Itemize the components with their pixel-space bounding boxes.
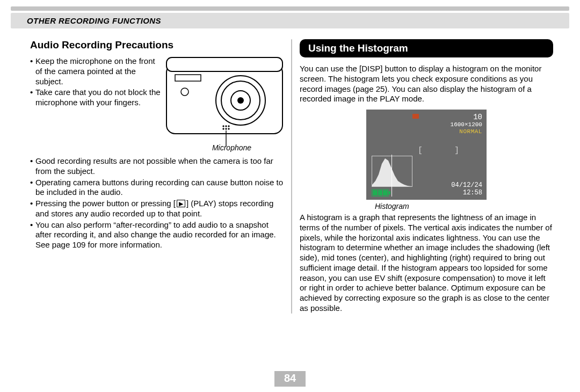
histogram-intro: You can use the [DISP] button to display… bbox=[300, 64, 553, 104]
svg-point-11 bbox=[223, 128, 224, 129]
breadcrumb: OTHER RECORDING FUNCTIONS bbox=[11, 13, 569, 28]
left-top-row: Keep the microphone on the front of the … bbox=[30, 56, 284, 148]
focus-brackets-icon: [ ] bbox=[418, 146, 463, 155]
svg-point-9 bbox=[226, 126, 227, 127]
lcd-shots-remaining: 10 bbox=[451, 113, 482, 121]
svg-point-5 bbox=[237, 97, 244, 104]
bullet-item: Pressing the power button or pressing [▶… bbox=[30, 199, 284, 219]
bullet-item: You can also perform “after-recording” t… bbox=[30, 220, 284, 250]
bullet-item: Take care that you do not block the micr… bbox=[30, 88, 162, 108]
top-bullets: Keep the microphone on the front of the … bbox=[30, 56, 162, 109]
lcd-quality: NORMAL bbox=[451, 128, 482, 135]
top-grey-bar bbox=[11, 6, 569, 11]
histogram-body: A histogram is a graph that represents t… bbox=[300, 213, 553, 314]
page-number: 84 bbox=[274, 371, 306, 387]
lcd-resolution: 1600×1200 bbox=[451, 121, 482, 128]
microphone-caption: Microphone bbox=[30, 143, 284, 152]
lcd-screen: 10 1600×1200 NORMAL [ ] 04/12/24 bbox=[366, 110, 487, 200]
svg-point-8 bbox=[223, 126, 224, 127]
lcd-time: 12:58 bbox=[463, 189, 482, 197]
lcd-top-right: 10 1600×1200 NORMAL bbox=[451, 113, 482, 135]
bullet-item: Operating camera buttons during recordin… bbox=[30, 178, 284, 198]
bottom-bullets: Good recording results are not possible … bbox=[30, 156, 284, 250]
battery-icon bbox=[372, 189, 389, 197]
play-icon: ▶ bbox=[177, 200, 185, 207]
left-section-title: Audio Recording Precautions bbox=[30, 39, 284, 51]
svg-point-13 bbox=[228, 128, 229, 129]
histogram-caption: Histogram bbox=[365, 202, 409, 210]
lcd-date: 04/12/24 bbox=[451, 182, 482, 189]
content-columns: Audio Recording Precautions Keep the mic… bbox=[11, 39, 569, 314]
bullet-item: Good recording results are not possible … bbox=[30, 156, 284, 177]
svg-point-12 bbox=[226, 128, 227, 129]
camera-illustration bbox=[165, 56, 284, 148]
histogram-callout-line bbox=[392, 155, 392, 197]
histogram-graph bbox=[372, 156, 412, 187]
svg-point-10 bbox=[228, 126, 229, 127]
svg-rect-1 bbox=[166, 57, 282, 71]
right-column: Using the Histogram You can use the [DIS… bbox=[300, 39, 569, 314]
left-column: Audio Recording Precautions Keep the mic… bbox=[11, 39, 284, 314]
manual-page: OTHER RECORDING FUNCTIONS Audio Recordin… bbox=[0, 0, 580, 392]
column-divider bbox=[291, 39, 292, 314]
breadcrumb-text: OTHER RECORDING FUNCTIONS bbox=[27, 16, 161, 25]
bullet-item: Keep the microphone on the front of the … bbox=[30, 56, 162, 86]
svg-marker-15 bbox=[372, 158, 412, 186]
lcd-figure: 10 1600×1200 NORMAL [ ] 04/12/24 bbox=[300, 110, 553, 210]
right-section-title: Using the Histogram bbox=[300, 39, 553, 57]
record-indicator-icon bbox=[412, 114, 419, 119]
